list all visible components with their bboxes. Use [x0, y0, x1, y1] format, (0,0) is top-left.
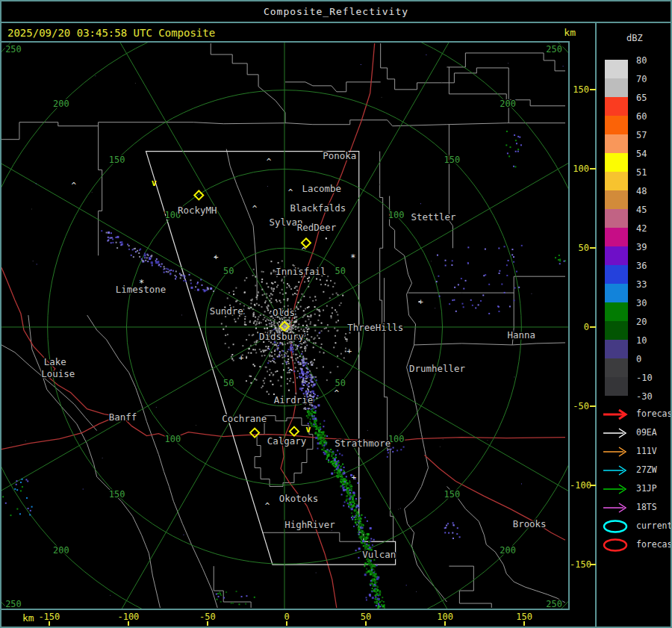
echo-pixel	[296, 293, 297, 295]
colorbar-label: 80	[636, 55, 669, 66]
echo-pixel	[284, 355, 286, 357]
echo-pixel	[347, 503, 349, 504]
echo-pixel	[367, 561, 369, 562]
colorbar-swatch	[605, 172, 628, 190]
echo-pixel	[308, 319, 310, 320]
echo-pixel	[302, 317, 304, 318]
echo-pixel	[559, 259, 561, 261]
echo-pixel	[312, 362, 314, 364]
echo-pixel	[270, 361, 272, 362]
echo-pixel	[445, 260, 447, 261]
echo-pixel	[312, 418, 314, 420]
echo-pixel	[225, 326, 227, 327]
echo-pixel	[301, 376, 302, 378]
echo-pixel	[20, 490, 22, 491]
echo-pixel	[509, 305, 511, 307]
ring-distance-label: 250	[546, 599, 562, 609]
echo-pixel	[300, 299, 302, 301]
echo-pixel	[452, 299, 453, 301]
echo-pixel	[303, 377, 305, 379]
echo-pixel	[184, 276, 186, 277]
ring-distance-label: 200	[53, 99, 69, 109]
echo-pixel	[480, 300, 482, 302]
echo-pixel	[531, 293, 532, 294]
city-label-cochrane: Cochrane	[222, 413, 267, 424]
echo-pixel	[281, 280, 282, 282]
radar-map-svg: 5050505010010010010015015015015020020020…	[1, 43, 568, 609]
echo-pixel	[352, 518, 353, 520]
echo-pixel	[180, 274, 182, 276]
bottom-axis-tick	[286, 621, 287, 626]
echo-pixel	[258, 316, 259, 317]
colorbar-label: 65	[636, 93, 669, 103]
echo-pixel	[506, 275, 508, 276]
echo-pixel	[319, 314, 320, 316]
echo-pixel	[367, 520, 368, 522]
echo-pixel	[454, 287, 455, 288]
echo-pixel	[252, 349, 254, 350]
echo-pixel	[156, 258, 158, 260]
echo-pixel	[455, 311, 457, 312]
echo-pixel	[172, 270, 174, 272]
plus-marker: +	[239, 353, 244, 363]
echo-pixel	[324, 328, 326, 329]
echo-pixel	[293, 344, 294, 346]
echo-pixel	[261, 271, 263, 273]
echo-pixel	[237, 317, 239, 319]
echo-pixel	[370, 538, 372, 540]
radar-map-canvas[interactable]: 5050505010010010010015015015015020020020…	[1, 41, 570, 610]
echo-pixel	[22, 479, 23, 480]
echo-pixel	[308, 389, 309, 391]
echo-pixel	[274, 282, 276, 283]
echo-pixel	[514, 166, 516, 167]
echo-pixel	[332, 293, 334, 295]
colorbar-label: 39	[636, 242, 669, 252]
echo-pixel	[264, 302, 266, 303]
echo-pixel	[281, 376, 282, 378]
echo-pixel	[263, 271, 264, 273]
echo-pixel	[235, 287, 237, 289]
echo-pixel	[451, 264, 452, 266]
echo-pixel	[373, 568, 374, 570]
echo-pixel	[284, 327, 285, 329]
ring-distance-label: 100	[388, 210, 405, 220]
echo-pixel	[253, 312, 255, 314]
colorbar-swatch	[605, 209, 628, 228]
echo-pixel	[376, 599, 377, 600]
echo-pixel	[254, 365, 255, 367]
echo-pixel	[290, 288, 292, 290]
legend-item-label: 18TS	[636, 502, 657, 512]
echo-pixel	[270, 326, 271, 327]
echo-pixel	[513, 166, 514, 167]
colorbar-swatch	[605, 60, 628, 78]
echo-pixel	[314, 325, 315, 326]
echo-pixel	[483, 275, 485, 276]
boundary-line	[414, 343, 565, 345]
legend-item-label: forecast	[636, 539, 672, 550]
echo-pixel	[364, 517, 366, 518]
echo-pixel	[328, 461, 329, 463]
echo-pixel	[317, 438, 319, 439]
echo-pixel	[564, 261, 565, 262]
echo-pixel	[296, 377, 298, 379]
echo-pixel	[304, 333, 305, 335]
echo-pixel	[134, 248, 136, 249]
echo-pixel	[151, 261, 153, 264]
echo-pixel	[354, 503, 355, 504]
colorbar-label: 45	[636, 205, 669, 215]
echo-pixel	[293, 353, 294, 355]
echo-pixel	[279, 292, 281, 293]
echo-pixel	[216, 594, 217, 595]
echo-pixel	[242, 345, 243, 346]
echo-pixel	[305, 327, 307, 329]
echo-pixel	[461, 278, 462, 279]
legend-item-31JP: 31JP	[601, 482, 672, 498]
echo-pixel	[293, 370, 295, 372]
echo-pixel	[370, 585, 371, 586]
echo-pixel	[514, 287, 516, 289]
caret-marker: ^	[335, 388, 340, 398]
echo-pixel	[183, 280, 184, 282]
echo-pixel	[305, 381, 306, 382]
echo-pixel	[255, 276, 256, 278]
echo-pixel	[264, 349, 266, 351]
